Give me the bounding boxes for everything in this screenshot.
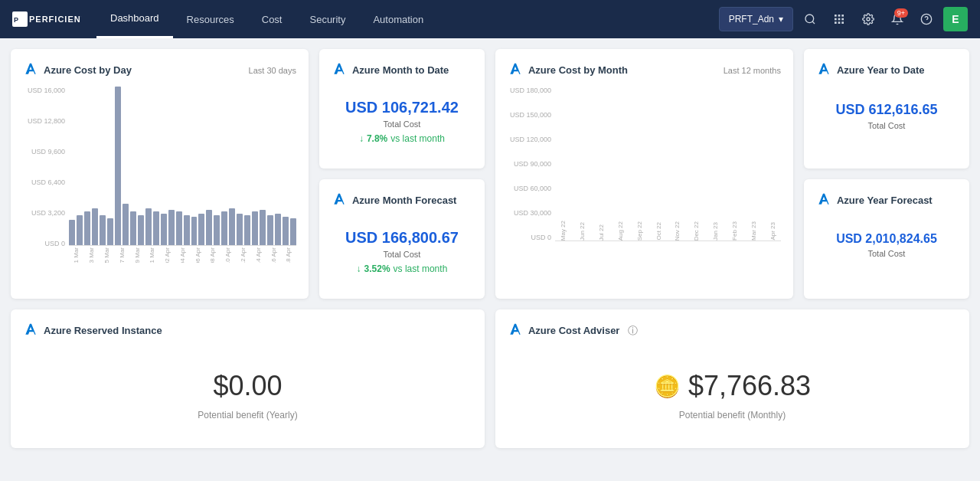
info-icon[interactable]: ⓘ (628, 324, 638, 338)
card-cost-by-day: Azure Cost by Day Last 30 days USD 16,00… (11, 49, 309, 299)
card-title-adviser: Azure Cost Adviser (528, 325, 619, 336)
down-arrow-icon: ↓ (359, 133, 364, 144)
notification-badge: 9+ (894, 8, 908, 18)
svg-rect-12 (838, 21, 841, 24)
ri-body: $0.00 Potential benefit (Yearly) (23, 347, 472, 436)
bar (145, 208, 152, 245)
nav-links: Dashboard Resources Cost Security Automa… (96, 0, 719, 38)
down-arrow-forecast-icon: ↓ (357, 263, 361, 274)
card-title: Azure Month to Date (352, 64, 449, 76)
nav-security[interactable]: Security (296, 0, 359, 38)
yf-label: Total Cost (822, 249, 951, 258)
mf-label: Total Cost (338, 250, 466, 259)
month-bar-wrap: Mar 23 (745, 220, 762, 240)
help-button[interactable] (914, 7, 939, 31)
nav-cost[interactable]: Cost (248, 0, 296, 38)
coin-stack-icon: 🪙 (654, 374, 681, 399)
mtd-change: ↓ 7.8% vs last month (338, 133, 466, 144)
bar (69, 220, 75, 245)
bar (221, 211, 227, 245)
bar (244, 215, 250, 245)
month-bar-wrap: Jul 22 (593, 223, 610, 240)
bars-area (69, 87, 296, 246)
card-year-to-date: Azure Year to Date USD 612,616.65 Total … (804, 49, 969, 169)
bar (161, 214, 167, 245)
notifications-button[interactable]: 9+ (885, 7, 910, 31)
bar (168, 210, 175, 245)
bar (176, 211, 182, 245)
bar (229, 208, 235, 245)
bar (191, 217, 198, 245)
card-month-to-date: Azure Month to Date USD 106,721.42 Total… (319, 49, 485, 169)
card-header-adviser: Azure Cost Adviser ⓘ (508, 322, 957, 339)
azure-icon-adviser (508, 322, 523, 339)
svg-rect-5 (835, 15, 837, 17)
bar (92, 208, 98, 245)
apps-button[interactable] (827, 7, 851, 31)
ytd-label: Total Cost (822, 121, 951, 130)
card-subtitle: Last 12 months (724, 66, 781, 75)
user-avatar[interactable]: E (943, 7, 968, 31)
yf-body: USD 2,010,824.65 Total Cost (816, 217, 957, 273)
card-reserved-instance: Azure Reserved Instance $0.00 Potential … (11, 309, 485, 448)
azure-icon (332, 61, 347, 79)
bar (107, 218, 113, 245)
card-header: Azure Cost by Month Last 12 months (508, 61, 781, 79)
ytd-amount: USD 612,616.65 (822, 102, 951, 118)
card-title: Azure Cost by Month (528, 64, 628, 76)
search-button[interactable] (798, 7, 822, 31)
mf-change: ↓ 3.52% vs last month (338, 263, 466, 274)
svg-rect-13 (841, 21, 844, 24)
svg-rect-8 (835, 18, 837, 21)
card-header: Azure Month Forecast (332, 191, 472, 209)
month-bar-wrap: Dec 22 (688, 220, 705, 240)
svg-text:P: P (14, 16, 19, 24)
svg-line-4 (812, 21, 815, 24)
month-bar-wrap: May 22 (555, 219, 572, 240)
bar (84, 211, 90, 245)
svg-rect-7 (841, 15, 844, 17)
bar (130, 211, 136, 245)
card-title: Azure Month Forecast (352, 195, 457, 206)
mtd-amount: USD 106,721.42 (338, 99, 466, 116)
month-bar-wrap: Jan 23 (707, 221, 724, 240)
mtd-body: USD 106,721.42 Total Cost ↓ 7.8% vs last… (332, 87, 472, 156)
tenant-dropdown[interactable]: PRFT_Adn ▾ (719, 7, 793, 31)
azure-icon (332, 191, 347, 209)
svg-rect-11 (835, 21, 837, 24)
right-stack: Azure Year to Date USD 612,616.65 Total … (804, 49, 969, 299)
month-bar-wrap: Feb 23 (726, 220, 743, 240)
ca-amount: $7,766.83 (688, 370, 811, 402)
mtd-label: Total Cost (338, 119, 466, 129)
card-header: Azure Year Forecast (816, 191, 957, 209)
ytd-body: USD 612,616.65 Total Cost (816, 87, 957, 146)
bar (283, 217, 289, 245)
ca-amount-row: 🪙 $7,766.83 (508, 370, 957, 402)
mf-amount: USD 166,800.67 (338, 229, 466, 247)
month-bars-area: May 22 Jun 22 Jul 22 Aug 22 Sep 22 Oct 2… (555, 87, 781, 241)
bar (115, 87, 121, 245)
azure-icon (816, 191, 831, 209)
bar (237, 214, 243, 245)
navbar: P PERFICIENT Dashboard Resources Cost Se… (0, 0, 980, 38)
bar (275, 214, 281, 245)
card-title: Azure Year to Date (837, 64, 925, 76)
ca-body: 🪙 $7,766.83 Potential benefit (Monthly) (508, 347, 957, 436)
azure-icon (23, 61, 38, 79)
nav-resources[interactable]: Resources (173, 0, 248, 38)
card-title: Azure Year Forecast (837, 195, 933, 206)
svg-rect-10 (841, 18, 844, 21)
nav-dashboard[interactable]: Dashboard (96, 0, 173, 38)
settings-button[interactable] (856, 7, 880, 31)
ri-label: Potential benefit (Yearly) (23, 410, 472, 420)
bar (184, 215, 190, 245)
svg-rect-9 (838, 18, 841, 21)
card-month-forecast: Azure Month Forecast USD 166,800.67 Tota… (319, 179, 485, 299)
month-bar-wrap: Nov 22 (669, 220, 686, 240)
card-subtitle: Last 30 days (249, 66, 296, 75)
svg-point-14 (867, 18, 870, 21)
nav-automation[interactable]: Automation (359, 0, 437, 38)
card-header: Azure Reserved Instance (23, 322, 472, 339)
svg-text:PERFICIENT: PERFICIENT (29, 15, 81, 24)
bar (100, 215, 106, 245)
